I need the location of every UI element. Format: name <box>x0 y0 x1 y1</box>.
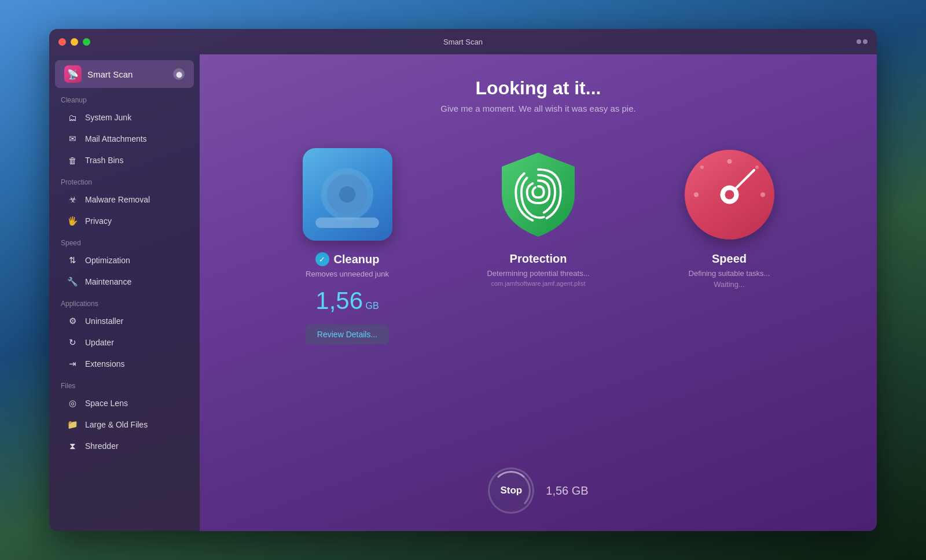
bottom-size-display: 1,56 GB <box>546 484 588 498</box>
cards-row: ✓ Cleanup Removes unneeded junk 1,56 GB … <box>217 137 859 356</box>
disk-arm <box>315 218 379 228</box>
optimization-icon: ⇅ <box>67 255 78 266</box>
dot2 <box>863 39 868 44</box>
cleanup-card: ✓ Cleanup Removes unneeded junk 1,56 GB … <box>260 137 434 356</box>
system-junk-label: System Junk <box>85 113 131 122</box>
close-button[interactable] <box>58 38 66 46</box>
sidebar-item-large-old-files[interactable]: 📁 Large & Old Files <box>55 414 194 435</box>
system-junk-icon: 🗂 <box>67 112 78 123</box>
main-subheading: Give me a moment. We all wish it was eas… <box>440 104 635 113</box>
sidebar-item-uninstaller[interactable]: ⚙ Uninstaller <box>55 311 194 331</box>
mail-attachments-label: Mail Attachments <box>85 134 147 143</box>
optimization-label: Optimization <box>85 256 130 265</box>
cleanup-check-icon: ✓ <box>315 252 329 266</box>
shredder-icon: ⧗ <box>67 440 78 452</box>
speed-title: Speed <box>712 252 747 266</box>
cleanup-size-row: 1,56 GB <box>315 289 379 313</box>
app-window: Smart Scan 📡 Smart Scan ⬤ Cleanup 🗂 Syst… <box>49 29 877 531</box>
protection-icon-wrap <box>492 148 585 241</box>
space-lens-label: Space Lens <box>85 399 128 408</box>
mail-icon: ✉ <box>67 133 78 145</box>
maintenance-label: Maintenance <box>85 277 131 286</box>
traffic-lights <box>58 38 90 46</box>
dot1 <box>857 39 861 44</box>
trash-icon: 🗑 <box>67 154 78 166</box>
review-details-button[interactable]: Review Details... <box>306 325 389 344</box>
section-label-protection: Protection <box>49 171 200 189</box>
badge-icon: ⬤ <box>176 71 182 78</box>
smart-scan-badge: ⬤ <box>173 68 185 80</box>
updater-label: Updater <box>85 338 114 347</box>
smart-scan-label: Smart Scan <box>87 69 133 79</box>
cleanup-size: 1,56 <box>315 287 363 314</box>
sidebar-item-space-lens[interactable]: ◎ Space Lens <box>55 393 194 414</box>
window-title: Smart Scan <box>443 38 483 46</box>
speed-card: Speed Defining suitable tasks... Waiting… <box>642 137 816 356</box>
sidebar-item-privacy[interactable]: 🖐 Privacy <box>55 211 194 231</box>
speed-title-row: Speed <box>712 252 747 266</box>
extensions-label: Extensions <box>85 359 124 369</box>
sidebar-item-maintenance[interactable]: 🔧 Maintenance <box>55 271 194 292</box>
speed-icon-wrap <box>683 148 776 241</box>
section-label-speed: Speed <box>49 232 200 249</box>
speed-scanning: Defining suitable tasks... <box>689 269 770 278</box>
stop-label: Stop <box>500 485 522 496</box>
protection-title: Protection <box>510 252 567 266</box>
cleanup-disk-icon <box>303 148 392 241</box>
main-content: Looking at it... Give me a moment. We al… <box>200 54 877 531</box>
maximize-button[interactable] <box>83 38 90 46</box>
uninstaller-label: Uninstaller <box>85 316 123 326</box>
sidebar-item-extensions[interactable]: ⇥ Extensions <box>55 353 194 374</box>
updater-icon: ↻ <box>67 337 78 348</box>
protection-scanning: Determining potential threats... <box>487 269 589 278</box>
shredder-label: Shredder <box>85 441 119 451</box>
titlebar: Smart Scan <box>49 29 877 54</box>
protection-title-row: Protection <box>510 252 567 266</box>
sidebar-item-smart-scan[interactable]: 📡 Smart Scan ⬤ <box>55 60 194 88</box>
cleanup-icon-wrap <box>301 148 394 241</box>
sidebar: 📡 Smart Scan ⬤ Cleanup 🗂 System Junk ✉ M… <box>49 54 200 531</box>
main-heading: Looking at it... <box>476 78 601 99</box>
menu-dots[interactable] <box>857 39 868 44</box>
cleanup-title-row: ✓ Cleanup <box>315 252 380 266</box>
minimize-button[interactable] <box>71 38 78 46</box>
sidebar-item-mail-attachments[interactable]: ✉ Mail Attachments <box>55 128 194 149</box>
sidebar-item-shredder[interactable]: ⧗ Shredder <box>55 436 194 456</box>
section-label-cleanup: Cleanup <box>49 89 200 106</box>
bottom-area: Stop 1,56 GB <box>488 467 588 514</box>
section-label-files: Files <box>49 375 200 392</box>
cleanup-subtitle: Removes unneeded junk <box>306 270 389 278</box>
cleanup-title: Cleanup <box>334 253 380 266</box>
large-old-files-label: Large & Old Files <box>85 420 148 429</box>
extensions-icon: ⇥ <box>67 358 78 370</box>
maintenance-icon: 🔧 <box>67 276 78 288</box>
speed-gauge-icon <box>685 150 774 240</box>
app-body: 📡 Smart Scan ⬤ Cleanup 🗂 System Junk ✉ M… <box>49 54 877 531</box>
privacy-label: Privacy <box>85 216 112 226</box>
disk-inner <box>321 168 373 220</box>
malware-icon: ☣ <box>67 194 78 205</box>
smart-scan-icon: 📡 <box>64 65 82 83</box>
protection-shield-icon <box>494 148 583 241</box>
svg-point-7 <box>725 190 734 199</box>
disk-center <box>339 186 355 202</box>
protection-card: Protection Determining potential threats… <box>451 137 625 356</box>
stop-button[interactable]: Stop <box>488 467 534 514</box>
sidebar-item-updater[interactable]: ↻ Updater <box>55 332 194 353</box>
protection-file: com.jamfsoftware.jamf.agent.plist <box>491 280 585 287</box>
uninstaller-icon: ⚙ <box>67 315 78 327</box>
sidebar-item-optimization[interactable]: ⇅ Optimization <box>55 250 194 271</box>
speed-waiting: Waiting... <box>714 280 745 289</box>
cleanup-size-unit: GB <box>366 301 379 311</box>
sidebar-item-system-junk[interactable]: 🗂 System Junk <box>55 107 194 128</box>
malware-removal-label: Malware Removal <box>85 195 150 204</box>
section-label-applications: Applications <box>49 293 200 310</box>
sidebar-item-trash-bins[interactable]: 🗑 Trash Bins <box>55 150 194 171</box>
sidebar-item-malware-removal[interactable]: ☣ Malware Removal <box>55 189 194 210</box>
privacy-icon: 🖐 <box>67 215 78 227</box>
trash-bins-label: Trash Bins <box>85 156 123 165</box>
large-files-icon: 📁 <box>67 419 78 430</box>
space-lens-icon: ◎ <box>67 397 78 409</box>
